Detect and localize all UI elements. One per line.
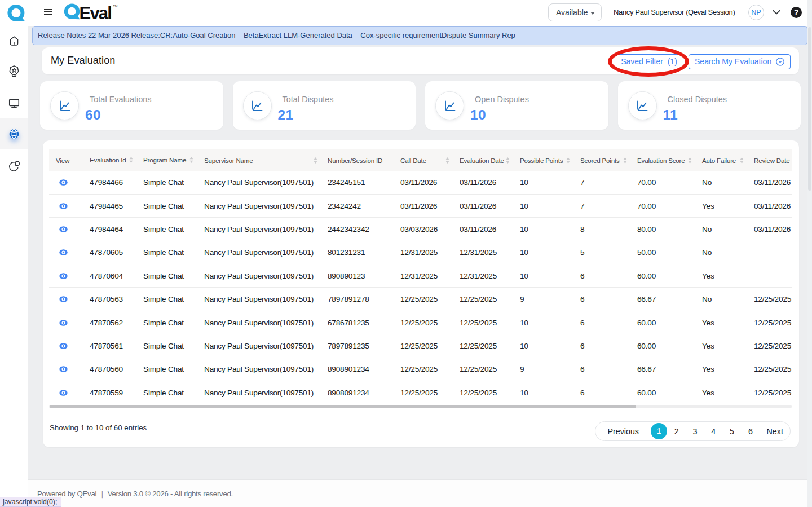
svg-text:TM: TM	[113, 5, 118, 8]
svg-text:Eval: Eval	[80, 3, 112, 23]
